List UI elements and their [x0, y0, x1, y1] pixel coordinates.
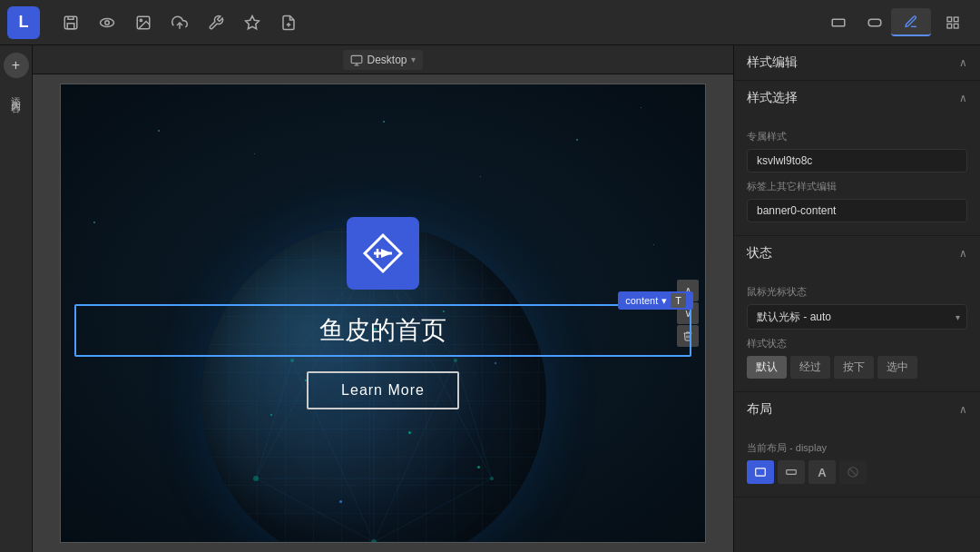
style-selection-body: 专属样式 标签上其它样式编辑	[734, 115, 980, 235]
style-selection-chevron-icon: ∧	[959, 92, 967, 104]
block-layout-btn[interactable]	[747, 460, 774, 484]
svg-rect-14	[352, 55, 363, 63]
device-label: Desktop	[367, 54, 407, 66]
layout-header[interactable]: 布局 ∧	[734, 392, 980, 427]
svg-line-43	[849, 468, 857, 476]
svg-rect-11	[954, 17, 958, 22]
preview-title-wrapper[interactable]: content ▾ T 鱼皮的首页	[74, 304, 691, 357]
status-header[interactable]: 状态 ∧	[734, 236, 980, 271]
style-editor-section: 样式编辑 ∧	[734, 45, 980, 81]
svg-rect-8	[832, 19, 845, 26]
status-section: 状态 ∧ 鼠标光标状态 默认光标 - auto 指针 - pointer 文本 …	[734, 236, 980, 392]
t-badge: T	[671, 293, 686, 308]
style-tab[interactable]	[891, 8, 931, 36]
tag-style-label: 标签上其它样式编辑	[747, 180, 967, 193]
toolbar-icons	[54, 6, 891, 39]
magic-icon-btn[interactable]	[236, 6, 269, 39]
canvas-viewport[interactable]: content ▾ T 鱼皮的首页 Learn More	[33, 74, 733, 552]
preview-logo	[347, 217, 419, 290]
display-label: 当前布局 - display	[747, 441, 967, 455]
style-editor-title: 样式编辑	[747, 54, 798, 71]
text-layout-btn[interactable]: A	[808, 460, 836, 484]
toolbar-right	[891, 8, 973, 36]
top-toolbar: L	[0, 0, 980, 45]
svg-point-4	[140, 19, 142, 21]
image-icon-btn[interactable]	[127, 6, 160, 39]
style-editor-chevron-icon: ∧	[959, 56, 967, 69]
layout-chevron-icon: ∧	[959, 403, 967, 416]
style-state-label: 样式状态	[747, 337, 967, 350]
add-content-label: 添加内容	[9, 85, 23, 100]
svg-rect-41	[787, 470, 797, 475]
rect-icon-btn[interactable]	[822, 6, 855, 39]
state-hover-btn[interactable]: 经过	[790, 356, 830, 379]
app-logo[interactable]: L	[7, 6, 40, 39]
device-chevron-icon: ▾	[411, 54, 416, 64]
svg-rect-13	[954, 24, 958, 28]
device-selector[interactable]: Desktop ▾	[343, 50, 422, 70]
learn-more-button[interactable]: Learn More	[307, 371, 459, 409]
style-selection-header[interactable]: 样式选择 ∧	[734, 81, 980, 115]
status-title: 状态	[747, 245, 772, 261]
export-icon-btn[interactable]	[272, 6, 305, 39]
svg-rect-40	[756, 468, 766, 476]
main-layout: + 添加内容 Desktop ▾	[0, 45, 980, 552]
cursor-label: 鼠标光标状态	[747, 285, 967, 299]
upload-icon-btn[interactable]	[163, 6, 196, 39]
content-badge-label: content	[625, 295, 658, 306]
tools-icon-btn[interactable]	[200, 6, 232, 39]
grid-tab[interactable]	[933, 9, 973, 35]
preview-background: content ▾ T 鱼皮的首页 Learn More	[61, 84, 705, 542]
svg-rect-9	[868, 19, 881, 26]
preview-content: content ▾ T 鱼皮的首页 Learn More	[61, 84, 705, 542]
layout-title: 布局	[747, 401, 772, 418]
right-panel: 样式编辑 ∧ 样式选择 ∧ 专属样式 标签上其它样式编辑 状态 ∧	[733, 45, 980, 552]
content-badge: content ▾ T	[618, 291, 693, 310]
state-default-btn[interactable]: 默认	[747, 356, 787, 379]
svg-rect-12	[947, 24, 952, 28]
svg-point-2	[105, 20, 110, 25]
eye-icon-btn[interactable]	[91, 6, 123, 39]
svg-rect-10	[947, 17, 952, 22]
canvas-toolbar: Desktop ▾	[33, 45, 733, 74]
save-icon-btn[interactable]	[54, 6, 87, 39]
none-layout-btn[interactable]	[839, 460, 867, 484]
left-sidebar: + 添加内容	[0, 45, 33, 552]
cursor-select[interactable]: 默认光标 - auto 指针 - pointer 文本 - text	[747, 304, 967, 330]
exclusive-style-input[interactable]	[747, 149, 967, 172]
website-preview: content ▾ T 鱼皮的首页 Learn More	[60, 84, 706, 543]
preview-title: 鱼皮的首页	[319, 313, 446, 348]
layout-body: 当前布局 - display A	[734, 427, 980, 497]
layout-section: 布局 ∧ 当前布局 - display	[734, 392, 980, 498]
status-body: 鼠标光标状态 默认光标 - auto 指针 - pointer 文本 - tex…	[734, 271, 980, 391]
style-selection-title: 样式选择	[747, 90, 798, 106]
exclusive-style-label: 专属样式	[747, 130, 967, 143]
add-content-btn[interactable]: +	[4, 53, 29, 78]
cursor-select-wrapper: 默认光标 - auto 指针 - pointer 文本 - text ▾	[747, 304, 967, 330]
svg-point-1	[101, 18, 114, 26]
style-state-buttons: 默认 经过 按下 选中	[747, 356, 967, 379]
state-active-btn[interactable]: 按下	[834, 356, 874, 379]
status-chevron-icon: ∧	[959, 247, 967, 260]
state-selected-btn[interactable]: 选中	[877, 356, 917, 379]
preview-title-box: 鱼皮的首页	[74, 304, 691, 357]
svg-marker-38	[381, 249, 392, 258]
style-selection-section: 样式选择 ∧ 专属样式 标签上其它样式编辑	[734, 81, 980, 236]
canvas-area: Desktop ▾	[33, 45, 733, 552]
chevron-icon: ▾	[662, 295, 667, 307]
style-editor-header[interactable]: 样式编辑 ∧	[734, 45, 980, 80]
layout-icon-buttons: A	[747, 460, 967, 484]
inline-layout-btn[interactable]	[778, 460, 805, 484]
tag-style-input[interactable]	[747, 199, 967, 222]
round-rect-icon-btn[interactable]	[858, 6, 891, 39]
